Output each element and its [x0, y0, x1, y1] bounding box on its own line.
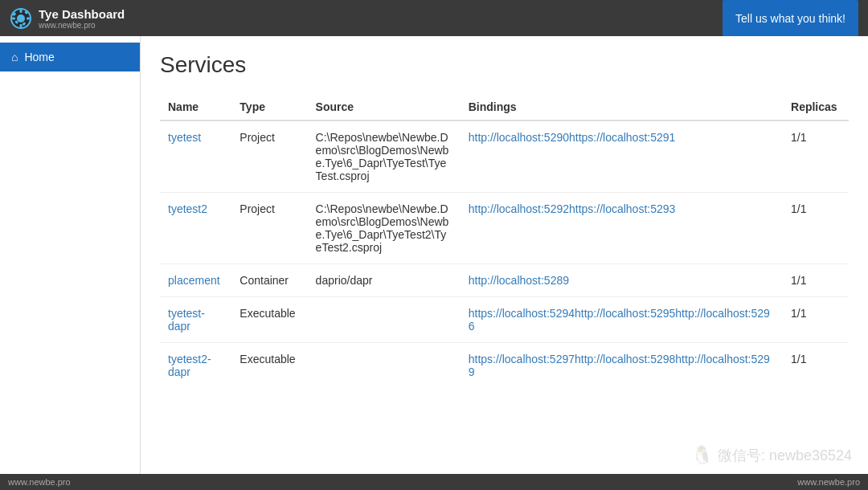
binding-link[interactable]: http://localhost:5292https://localhost:5…	[469, 202, 676, 215]
sidebar-item-home[interactable]: ⌂ Home	[0, 43, 140, 71]
gear-icon	[10, 7, 32, 30]
service-name-link[interactable]: tyetest2	[168, 202, 207, 215]
header-subtitle: www.newbe.pro	[39, 21, 125, 30]
service-name-link[interactable]: tyetest	[168, 131, 201, 144]
svg-point-1	[17, 14, 25, 22]
app-header: Tye Dashboard www.newbe.pro Tell us what…	[0, 0, 868, 36]
main-content: Services Name Type Source Bindings Repli…	[141, 36, 868, 474]
cell-replicas: 1/1	[783, 120, 849, 193]
header-left: Tye Dashboard www.newbe.pro	[10, 7, 125, 30]
binding-link[interactable]: http://localhost:5289	[469, 274, 569, 287]
binding-link[interactable]: https://localhost:5294http://localhost:5…	[469, 307, 770, 333]
main-layout: ⌂ Home Services Name Type Source Binding…	[0, 36, 868, 474]
sidebar: ⌂ Home	[0, 36, 141, 474]
cell-name: tyetest-dapr	[160, 297, 231, 343]
binding-link[interactable]: https://localhost:5297http://localhost:5…	[469, 353, 770, 378]
table-row: tyetest-daprExecutablehttps://localhost:…	[160, 297, 849, 343]
app-name: Tye Dashboard	[39, 7, 125, 21]
cell-type: Project	[231, 193, 307, 264]
col-type: Type	[231, 94, 307, 120]
svg-rect-5	[27, 17, 30, 19]
table-row: tyetestProjectC:\Repos\newbe\Newbe.Demo\…	[160, 120, 849, 193]
cell-source: daprio/dapr	[308, 264, 461, 297]
cell-source	[308, 343, 461, 389]
cell-source	[308, 297, 461, 343]
table-body: tyetestProjectC:\Repos\newbe\Newbe.Demo\…	[160, 120, 849, 388]
footer-left: www.newbe.pro	[8, 477, 71, 487]
cell-replicas: 1/1	[783, 343, 849, 389]
service-name-link[interactable]: placement	[168, 274, 220, 287]
cell-bindings: http://localhost:5292https://localhost:5…	[461, 193, 783, 264]
cell-type: Project	[231, 120, 307, 193]
service-name-link[interactable]: tyetest-dapr	[168, 307, 205, 333]
col-bindings: Bindings	[461, 94, 783, 120]
cell-type: Executable	[231, 343, 307, 389]
cell-bindings: http://localhost:5289	[461, 264, 783, 297]
col-name: Name	[160, 94, 231, 120]
binding-link[interactable]: http://localhost:5290https://localhost:5…	[469, 131, 676, 144]
table-row: tyetest2ProjectC:\Repos\newbe\Newbe.Demo…	[160, 193, 849, 264]
svg-rect-3	[20, 24, 23, 27]
cell-name: tyetest2	[160, 193, 231, 264]
services-table: Name Type Source Bindings Replicas tyete…	[160, 94, 849, 388]
svg-rect-4	[12, 17, 15, 19]
cell-replicas: 1/1	[783, 297, 849, 343]
cell-name: tyetest2-dapr	[160, 343, 231, 389]
table-row: placementContainerdaprio/daprhttp://loca…	[160, 264, 849, 297]
cell-source: C:\Repos\newbe\Newbe.Demo\src\BlogDemos\…	[308, 193, 461, 264]
table-header: Name Type Source Bindings Replicas	[160, 94, 849, 120]
col-source: Source	[308, 94, 461, 120]
home-icon: ⌂	[11, 51, 18, 63]
cell-source: C:\Repos\newbe\Newbe.Demo\src\BlogDemos\…	[308, 120, 461, 193]
cell-type: Executable	[231, 297, 307, 343]
service-name-link[interactable]: tyetest2-dapr	[168, 353, 211, 378]
svg-rect-2	[20, 10, 23, 13]
sidebar-item-label: Home	[24, 51, 54, 63]
cell-name: tyetest	[160, 120, 231, 193]
cell-bindings: https://localhost:5294http://localhost:5…	[461, 297, 783, 343]
cell-replicas: 1/1	[783, 264, 849, 297]
cell-bindings: https://localhost:5297http://localhost:5…	[461, 343, 783, 389]
header-title-block: Tye Dashboard www.newbe.pro	[39, 7, 125, 30]
col-replicas: Replicas	[783, 94, 849, 120]
cell-name: placement	[160, 264, 231, 297]
page-title: Services	[160, 52, 849, 78]
cell-bindings: http://localhost:5290https://localhost:5…	[461, 120, 783, 193]
cell-type: Container	[231, 264, 307, 297]
table-header-row: Name Type Source Bindings Replicas	[160, 94, 849, 120]
footer-right: www.newbe.pro	[797, 477, 860, 487]
cell-replicas: 1/1	[783, 193, 849, 264]
table-row: tyetest2-daprExecutablehttps://localhost…	[160, 343, 849, 389]
app-footer: www.newbe.pro www.newbe.pro	[0, 474, 868, 490]
feedback-button[interactable]: Tell us what you think!	[723, 0, 858, 36]
